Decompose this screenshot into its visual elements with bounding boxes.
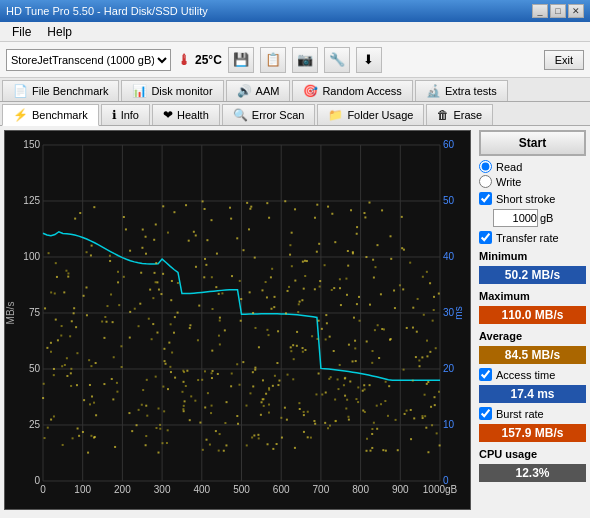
read-radio-row: Read [479,160,586,173]
tab-info[interactable]: ℹ Info [101,104,150,125]
close-button[interactable]: ✕ [568,4,584,18]
write-label: Write [496,176,521,188]
exit-button[interactable]: Exit [544,50,584,70]
folder-usage-icon: 📁 [328,108,343,122]
short-stroke-input[interactable] [493,209,538,227]
tab-folder-usage[interactable]: 📁 Folder Usage [317,104,424,125]
chart-area [4,130,471,510]
maximum-label: Maximum [479,290,586,302]
maximize-button[interactable]: □ [550,4,566,18]
tab-erase[interactable]: 🗑 Erase [426,104,493,125]
access-time-label: Access time [496,369,555,381]
random-access-icon: 🎯 [303,84,318,98]
access-time-check-row: Access time [479,368,586,381]
short-stroke-value-row: gB [493,209,586,227]
thermometer-icon: 🌡 [177,52,191,68]
short-stroke-row: Short stroke [479,192,586,205]
drive-select[interactable]: StoreJetTranscend (1000 gB) [6,49,171,71]
short-stroke-unit: gB [540,212,553,224]
toolbar: StoreJetTranscend (1000 gB) 🌡 25°C 💾 📋 📷… [0,42,590,78]
menu-help[interactable]: Help [39,23,80,41]
minimize-button[interactable]: _ [532,4,548,18]
tab-aam[interactable]: 🔊 AAM [226,80,291,101]
toolbar-btn-2[interactable]: 📋 [260,47,286,73]
cpu-usage-label: CPU usage [479,448,586,460]
tabs-row1: 📄 File Benchmark 📊 Disk monitor 🔊 AAM 🎯 … [0,78,590,102]
read-radio[interactable] [479,160,492,173]
minimum-label: Minimum [479,250,586,262]
title-controls: _ □ ✕ [532,4,584,18]
toolbar-btn-3[interactable]: 📷 [292,47,318,73]
access-time-checkbox[interactable] [479,368,492,381]
average-label: Average [479,330,586,342]
tab-random-access[interactable]: 🎯 Random Access [292,80,412,101]
tabs-row2: ⚡ Benchmark ℹ Info ❤ Health 🔍 Error Scan… [0,102,590,126]
disk-monitor-icon: 📊 [132,84,147,98]
read-write-group: Read Write [479,160,586,188]
right-panel: Start Read Write Short stroke gB Transfe… [475,126,590,514]
health-icon: ❤ [163,108,173,122]
tab-benchmark[interactable]: ⚡ Benchmark [2,104,99,126]
cpu-usage-value: 12.3% [479,464,586,482]
toolbar-btn-4[interactable]: 🔧 [324,47,350,73]
transfer-rate-row: Transfer rate [479,231,586,244]
tab-disk-monitor[interactable]: 📊 Disk monitor [121,80,223,101]
toolbar-btn-1[interactable]: 💾 [228,47,254,73]
tab-file-benchmark[interactable]: 📄 File Benchmark [2,80,119,101]
burst-rate-value: 157.9 MB/s [479,424,586,442]
burst-rate-check-row: Burst rate [479,407,586,420]
average-value: 84.5 MB/s [479,346,586,364]
transfer-rate-label: Transfer rate [496,232,559,244]
error-scan-icon: 🔍 [233,108,248,122]
write-radio-row: Write [479,175,586,188]
read-label: Read [496,161,522,173]
menu-file[interactable]: File [4,23,39,41]
temperature-value: 25°C [195,53,222,67]
short-stroke-checkbox[interactable] [479,192,492,205]
minimum-value: 50.2 MB/s [479,266,586,284]
tab-health[interactable]: ❤ Health [152,104,220,125]
info-icon: ℹ [112,108,117,122]
main-content: Start Read Write Short stroke gB Transfe… [0,126,590,514]
start-button[interactable]: Start [479,130,586,156]
toolbar-btn-5[interactable]: ⬇ [356,47,382,73]
write-radio[interactable] [479,175,492,188]
erase-icon: 🗑 [437,108,449,122]
maximum-value: 110.0 MB/s [479,306,586,324]
access-time-value: 17.4 ms [479,385,586,403]
chart-canvas-container [5,131,470,509]
tab-error-scan[interactable]: 🔍 Error Scan [222,104,316,125]
burst-rate-label: Burst rate [496,408,544,420]
burst-rate-checkbox[interactable] [479,407,492,420]
short-stroke-label: Short stroke [496,193,555,205]
file-benchmark-icon: 📄 [13,84,28,98]
menu-bar: File Help [0,22,590,42]
tab-extra-tests[interactable]: 🔬 Extra tests [415,80,508,101]
transfer-rate-checkbox[interactable] [479,231,492,244]
aam-icon: 🔊 [237,84,252,98]
window-title: HD Tune Pro 5.50 - Hard Disk/SSD Utility [6,5,208,17]
benchmark-icon: ⚡ [13,108,28,122]
temperature-display: 🌡 25°C [177,52,222,68]
title-bar: HD Tune Pro 5.50 - Hard Disk/SSD Utility… [0,0,590,22]
extra-tests-icon: 🔬 [426,84,441,98]
